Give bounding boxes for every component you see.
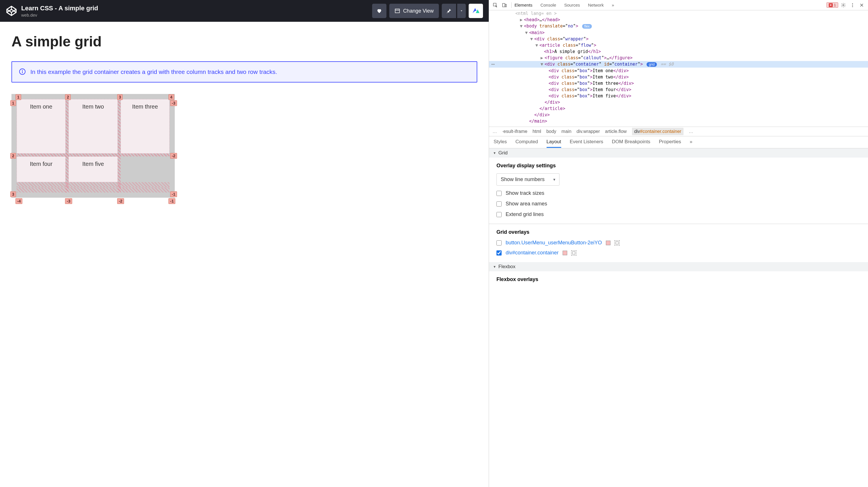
breadcrumb-item[interactable]: main [561,129,571,134]
flexbox-section-header[interactable]: ▼Flexbox [489,262,868,271]
pin-icon [446,8,452,14]
sponsor-icon [471,7,480,15]
device-toggle-icon[interactable] [500,1,508,9]
subtab-computed[interactable]: Computed [515,136,538,148]
svg-point-3 [22,70,23,71]
grid-row-label: 1 [10,100,16,106]
svg-point-11 [852,6,853,7]
grid-col-label-neg: -3 [65,198,72,204]
tabs-overflow[interactable]: » [612,1,614,9]
grid-section-header[interactable]: ▼Grid [489,148,868,158]
flex-badge[interactable]: flex [582,24,592,29]
change-view-button[interactable]: Change View [389,4,439,18]
tab-console[interactable]: Console [540,1,556,9]
chevron-down-icon: ▼ [553,178,556,182]
grid-col-label: 3 [117,94,123,100]
tab-elements[interactable]: Elements [515,1,532,9]
breadcrumb[interactable]: … ·esult-iframe html body main div.wrapp… [489,127,868,136]
error-badge[interactable]: 1 [827,2,838,8]
result-frame: A simple grid In this example the grid c… [0,22,489,487]
pin-button[interactable] [442,4,456,18]
heart-icon [376,8,382,14]
subtabs-overflow[interactable]: » [690,136,692,148]
grid-col-label-neg: -1 [168,198,175,204]
info-icon [19,68,26,76]
subtab-styles[interactable]: Styles [494,136,507,148]
overlay-settings-title: Overlay display settings [496,163,861,169]
breadcrumb-item[interactable]: body [546,129,556,134]
svg-point-10 [852,5,853,5]
breadcrumb-item[interactable]: html [532,129,541,134]
grid-col-label-neg: -4 [16,198,22,204]
overlay-highlight-icon[interactable] [615,240,620,245]
styles-subtabs: Styles Computed Layout Event Listeners D… [489,136,868,148]
tab-network[interactable]: Network [588,1,603,9]
pen-author[interactable]: web.dev [21,12,372,18]
grid-item: Item four [17,156,66,182]
grid-item: Item one [17,99,66,154]
grid-row-label-neg: -2 [170,153,177,159]
grid-row-label-neg: -3 [170,100,177,106]
chk-extend-lines[interactable]: Extend grid lines [496,211,861,217]
subtab-layout[interactable]: Layout [547,136,561,148]
pin-dropdown-button[interactable] [457,4,466,18]
codepen-logo[interactable] [6,5,17,17]
overlay-highlight-icon[interactable] [571,250,577,255]
pen-title[interactable]: Learn CSS - A simple grid [21,5,372,12]
layout-icon [395,8,400,14]
codepen-pane: Learn CSS - A simple grid web.dev Change… [0,0,489,487]
flexbox-overlays-title: Flexbox overlays [496,276,861,282]
grid-overlay-item: button.UserMenu_userMenuButton-2eiYO [496,240,861,246]
dom-gutter-actions[interactable]: ⋯ [491,61,495,67]
grid-row-label: 2 [10,153,16,159]
codepen-header: Learn CSS - A simple grid web.dev Change… [0,0,489,22]
codepen-icon [6,6,17,16]
grid-col-label-neg: -2 [117,198,124,204]
inspect-icon[interactable] [491,1,499,9]
dom-selected-line[interactable]: ⋯▼<div class="container" id="container">… [489,61,868,68]
callout: In this example the grid container creat… [11,61,477,83]
devtools-topbar: Elements Console Sources Network » 1 [489,0,868,10]
breadcrumb-selected[interactable]: div#container.container [632,128,684,135]
line-display-select[interactable]: Show line numbers ▼ [496,173,559,186]
kebab-icon[interactable] [848,1,857,9]
heart-button[interactable] [372,4,386,18]
sponsor-logo-button[interactable] [469,4,483,18]
subtab-event-listeners[interactable]: Event Listeners [570,136,603,148]
subtab-dom-breakpoints[interactable]: DOM Breakpoints [612,136,650,148]
grid-col-label: 2 [65,94,71,100]
dom-tree[interactable]: <ntml lang= en > ▶<head>…</head> ▼<body … [489,10,868,127]
grid-item: Item three [121,99,169,154]
breadcrumb-item[interactable]: div.wrapper [577,129,600,134]
grid-col-label: 1 [16,94,21,100]
layout-panel: ▼Grid Overlay display settings Show line… [489,148,868,487]
settings-icon[interactable] [839,1,847,9]
chk-track-sizes[interactable]: Show track sizes [496,190,861,196]
close-icon[interactable] [858,1,866,9]
chk-area-names[interactable]: Show area names [496,201,861,207]
color-swatch[interactable] [563,251,567,255]
svg-rect-4 [22,71,23,73]
color-swatch[interactable] [606,241,611,245]
grid-badge[interactable]: grid [647,62,657,67]
overlay-checkbox[interactable] [496,250,502,255]
grid-col-label: 4 [168,94,174,100]
page-heading: A simple grid [11,33,477,50]
subtab-properties[interactable]: Properties [659,136,681,148]
callout-text: In this example the grid container creat… [30,68,277,76]
svg-rect-7 [505,4,506,7]
breadcrumb-item[interactable]: article.flow [605,129,627,134]
grid-row-label: 3 [10,191,16,197]
overlay-checkbox[interactable] [496,240,502,245]
grid-overlays-title: Grid overlays [496,229,861,235]
svg-point-8 [843,4,844,6]
breadcrumb-item[interactable]: ·esult-iframe [502,129,527,134]
svg-rect-0 [395,9,400,12]
overlay-link[interactable]: div#container.container [506,250,559,256]
svg-rect-6 [502,3,505,7]
overlay-link[interactable]: button.UserMenu_userMenuButton-2eiYO [506,240,602,246]
grid-demo: Item one Item two Item three Item four I… [11,94,175,197]
tab-sources[interactable]: Sources [564,1,580,9]
svg-point-9 [852,3,853,4]
grid-item: Item five [68,156,118,182]
